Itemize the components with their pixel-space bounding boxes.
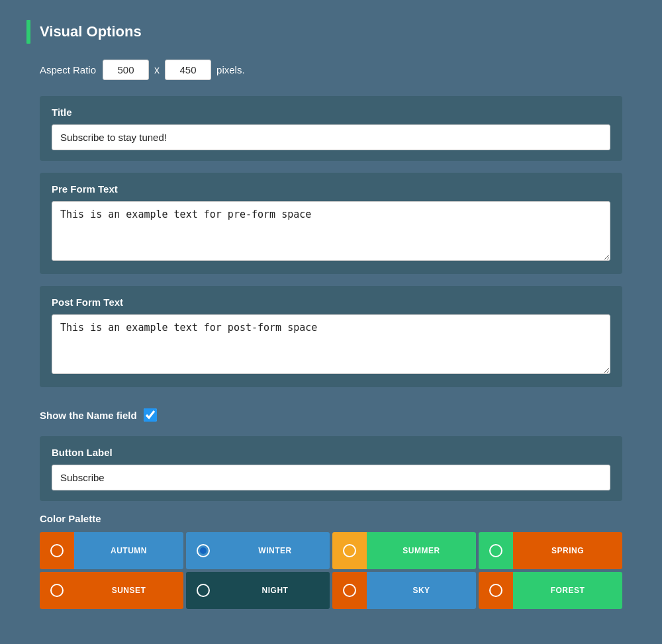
title-input[interactable] <box>52 124 610 150</box>
title-section: Title <box>40 96 622 161</box>
palette-autumn-radio[interactable] <box>50 544 64 557</box>
pre-form-textarea[interactable]: This is an example text for pre-form spa… <box>52 201 610 261</box>
palette-sky-name-section: SKY <box>367 572 476 609</box>
palette-summer[interactable]: SUMMER <box>332 532 476 569</box>
page-header: Visual Options <box>26 20 636 44</box>
palette-forest-name-section: FOREST <box>513 572 622 609</box>
palette-sunset-name: SUNSET <box>112 586 146 595</box>
palette-spring-radio-section <box>479 532 513 569</box>
button-label-section: Button Label <box>40 436 622 501</box>
palette-forest-radio-section <box>479 572 513 609</box>
palette-winter-name-section: WINTER <box>220 532 330 569</box>
palette-winter-radio[interactable] <box>197 544 210 557</box>
palette-sunset[interactable]: SUNSET <box>40 572 183 609</box>
show-name-field-checkbox[interactable] <box>144 408 157 422</box>
aspect-ratio-row: Aspect Ratio x pixels. <box>40 60 622 80</box>
palette-spring-name-section: SPRING <box>513 532 622 569</box>
palette-sky-radio[interactable] <box>343 584 356 597</box>
post-form-section: Post Form Text This is an example text f… <box>40 286 622 387</box>
pre-form-section: Pre Form Text This is an example text fo… <box>40 173 622 274</box>
palette-summer-name-section: SUMMER <box>367 532 476 569</box>
palette-sky-name: SKY <box>412 586 430 595</box>
aspect-ratio-label: Aspect Ratio <box>40 64 96 75</box>
palette-sunset-name-section: SUNSET <box>74 572 183 609</box>
color-palette-label: Color Palette <box>40 513 622 524</box>
palette-summer-name: SUMMER <box>402 546 440 555</box>
palette-night-radio[interactable] <box>197 584 210 597</box>
palette-summer-radio[interactable] <box>343 544 356 557</box>
palette-forest-radio[interactable] <box>489 584 502 597</box>
palette-forest-name: FOREST <box>551 586 585 595</box>
palette-autumn-name: AUTUMN <box>111 546 147 555</box>
palette-autumn-radio-section <box>40 532 74 569</box>
aspect-separator: x <box>154 64 160 76</box>
color-palette-section: Color Palette AUTUMN <box>40 513 622 609</box>
button-label-label: Button Label <box>52 447 610 458</box>
content-area: Aspect Ratio x pixels. Title Pre Form Te… <box>26 60 636 609</box>
show-name-field-row: Show the Name field <box>40 399 622 424</box>
palette-spring[interactable]: SPRING <box>479 532 622 569</box>
palette-night-name-section: NIGHT <box>220 572 330 609</box>
aspect-width-input[interactable] <box>103 60 149 80</box>
header-accent <box>26 20 30 44</box>
aspect-height-input[interactable] <box>165 60 211 80</box>
page-container: Visual Options Aspect Ratio x pixels. Ti… <box>13 13 649 629</box>
aspect-unit: pixels. <box>216 64 245 75</box>
palette-autumn[interactable]: AUTUMN <box>40 532 183 569</box>
palette-winter-radio-section <box>186 532 220 569</box>
palette-night[interactable]: NIGHT <box>186 572 330 609</box>
palette-winter[interactable]: WINTER <box>186 532 330 569</box>
palette-summer-radio-section <box>332 532 367 569</box>
post-form-label: Post Form Text <box>52 297 610 308</box>
show-name-field-label: Show the Name field <box>40 410 137 421</box>
palette-sky[interactable]: SKY <box>332 572 476 609</box>
title-section-label: Title <box>52 107 610 118</box>
palette-autumn-name-section: AUTUMN <box>74 532 183 569</box>
palette-sky-radio-section <box>332 572 367 609</box>
palette-forest[interactable]: FOREST <box>479 572 622 609</box>
button-label-input[interactable] <box>52 465 610 490</box>
pre-form-label: Pre Form Text <box>52 183 610 195</box>
palette-sunset-radio[interactable] <box>50 584 64 597</box>
palette-night-radio-section <box>186 572 220 609</box>
palette-sunset-radio-section <box>40 572 74 609</box>
palette-spring-name: SPRING <box>551 546 584 555</box>
palette-winter-name: WINTER <box>258 546 291 555</box>
post-form-textarea[interactable]: This is an example text for post-form sp… <box>52 314 610 374</box>
palette-night-name: NIGHT <box>262 586 289 595</box>
palette-spring-radio[interactable] <box>489 544 502 557</box>
palette-grid: AUTUMN WINTER <box>40 532 622 609</box>
page-title: Visual Options <box>40 23 142 40</box>
